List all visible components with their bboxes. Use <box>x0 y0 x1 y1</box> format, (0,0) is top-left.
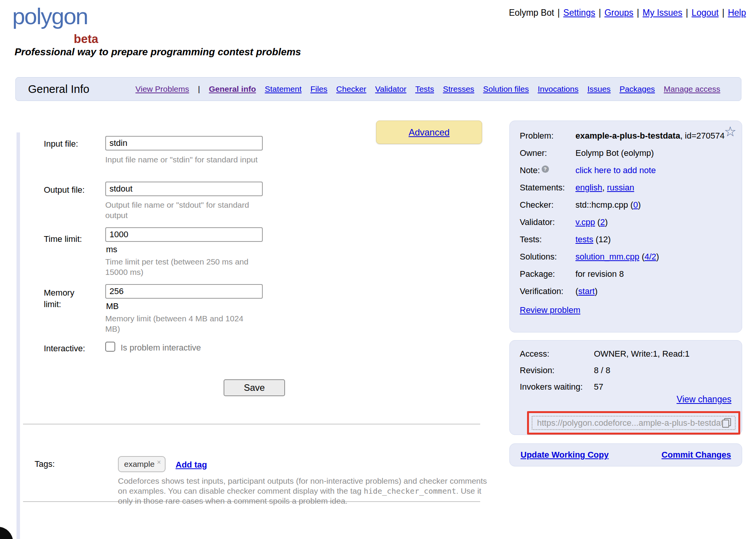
memory-limit-help: Memory limit (between 4 MB and 1024 MB) <box>105 313 252 334</box>
owner-label: Owner: <box>520 147 575 159</box>
view-changes-link[interactable]: View changes <box>676 394 731 405</box>
solution-file-link[interactable]: solution_mm.cpp <box>575 252 639 261</box>
checker-count-link[interactable]: 0 <box>633 200 638 210</box>
corner-floating-button[interactable] <box>0 527 13 539</box>
solutions-row: Solutions: solution_mm.cpp (4/2) <box>520 251 732 263</box>
owner-row: Owner: Eolymp Bot (eolymp) <box>520 147 732 159</box>
nav-separator: | <box>686 8 688 18</box>
revision-label: Revision: <box>520 365 594 376</box>
copy-icon[interactable] <box>722 418 731 428</box>
url-highlight-box: https://polygon.codeforce...ample-a-plus… <box>527 411 740 435</box>
solutions-count-link[interactable]: 4/2 <box>645 252 657 261</box>
tab-checker[interactable]: Checker <box>336 84 366 94</box>
tab-general-info[interactable]: General info <box>209 84 256 94</box>
add-tag-link[interactable]: Add tag <box>176 460 207 470</box>
tab-manage-access[interactable]: Manage access <box>664 84 720 94</box>
review-problem-link[interactable]: Review problem <box>520 305 580 315</box>
time-limit-field[interactable] <box>105 227 263 242</box>
verification-start-link[interactable]: start <box>578 286 595 296</box>
revision-row: Revision: 8 / 8 <box>520 365 732 376</box>
tab-tests[interactable]: Tests <box>415 84 434 94</box>
tag-code: hide_checker_comment <box>364 486 456 496</box>
owner-value: Eolymp Bot (eolymp) <box>575 147 728 159</box>
tagline: Professional way to prepare programming … <box>15 46 301 58</box>
verification-row: Verification: (start) <box>520 286 732 297</box>
nav-separator: | <box>722 8 724 18</box>
invokers-waiting-label: Invokers waiting: <box>520 381 594 393</box>
page-title: General Info <box>28 83 90 96</box>
divider <box>23 424 480 425</box>
save-button[interactable]: Save <box>224 379 285 396</box>
polygon-logo[interactable]: polygon <box>12 3 88 30</box>
validator-link[interactable]: v.cpp <box>575 217 595 227</box>
tab-view-problems[interactable]: View Problems <box>136 84 189 94</box>
checker-row: Checker: std::hcmp.cpp (0) <box>520 199 732 211</box>
validator-label: Validator: <box>520 217 575 228</box>
tag-chip-example[interactable]: example × <box>118 456 166 472</box>
problem-info-panel: ☆ Problem: example-a-plus-b-testdata, id… <box>509 121 742 332</box>
tag-text: example <box>124 460 154 469</box>
advanced-link[interactable]: Advanced <box>409 127 450 138</box>
tab-files[interactable]: Files <box>310 84 327 94</box>
tags-label: Tags: <box>35 459 55 469</box>
output-file-field[interactable] <box>105 182 263 196</box>
commit-changes-link[interactable]: Commit Changes <box>662 450 731 460</box>
tab-stresses[interactable]: Stresses <box>443 84 474 94</box>
solutions-label: Solutions: <box>520 251 575 263</box>
statement-russian-link[interactable]: russian <box>607 183 634 192</box>
nav-link-my-issues[interactable]: My Issues <box>643 8 683 18</box>
nav-link-settings[interactable]: Settings <box>563 8 595 18</box>
memory-limit-unit: MB <box>106 301 119 311</box>
validator-count-link[interactable]: 2 <box>600 217 605 227</box>
tab-solution-files[interactable]: Solution files <box>483 84 529 94</box>
package-value: for revision 8 <box>575 268 728 280</box>
memory-limit-field[interactable] <box>105 284 263 299</box>
memory-limit-label: Memory limit: <box>44 287 86 310</box>
interactive-checkbox[interactable] <box>105 342 115 352</box>
verification-label: Verification: <box>520 286 575 297</box>
package-row: Package: for revision 8 <box>520 268 732 280</box>
tab-validator[interactable]: Validator <box>375 84 406 94</box>
tags-help-text: Codeforces shows test inputs, participan… <box>118 476 494 506</box>
statement-english-link[interactable]: english <box>575 183 602 192</box>
interactive-label: Interactive: <box>44 343 94 354</box>
checker-name: std::hcmp.cpp <box>575 200 628 210</box>
problem-url-box[interactable]: https://polygon.codeforce...ample-a-plus… <box>532 416 736 430</box>
advanced-button[interactable]: Advanced <box>376 121 482 144</box>
section-navbar: General Info View Problems | General inf… <box>15 77 741 101</box>
add-note-link[interactable]: click here to add note <box>575 165 656 175</box>
tag-remove-icon[interactable]: × <box>157 458 161 466</box>
note-row: Note:? click here to add note <box>520 165 732 176</box>
nav-separator: | <box>637 8 639 18</box>
tab-packages[interactable]: Packages <box>620 84 655 94</box>
tests-row: Tests: tests (12) <box>520 234 732 245</box>
nav-link-help[interactable]: Help <box>728 8 746 18</box>
input-file-label: Input file: <box>44 138 94 150</box>
nav-separator: | <box>598 8 601 18</box>
tab-list: View Problems | General info Statement F… <box>136 84 720 94</box>
problem-label: Problem: <box>520 130 575 142</box>
problem-url: https://polygon.codeforce...ample-a-plus… <box>537 418 722 428</box>
logo-beta-label: beta <box>74 32 98 46</box>
tab-issues[interactable]: Issues <box>587 84 611 94</box>
statements-separator: , <box>602 183 607 192</box>
tab-statement[interactable]: Statement <box>265 84 302 94</box>
nav-link-logout[interactable]: Logout <box>691 8 718 18</box>
output-file-label: Output file: <box>44 184 94 196</box>
problem-value: example-a-plus-b-testdata, id=270574 <box>575 130 728 142</box>
input-file-field[interactable] <box>105 136 263 150</box>
working-copy-panel: Update Working Copy Commit Changes <box>509 443 742 466</box>
tests-link[interactable]: tests <box>575 235 593 244</box>
note-label-wrap: Note:? <box>520 165 575 176</box>
polygon-page: polygon beta Professional way to prepare… <box>0 0 756 539</box>
user-nav: Eolymp Bot|Settings|Groups|My Issues|Log… <box>509 8 746 18</box>
output-file-help: Output file name or "stdout" for standar… <box>105 200 267 220</box>
update-working-copy-link[interactable]: Update Working Copy <box>521 450 608 460</box>
access-value: OWNER, Write:1, Read:1 <box>594 348 690 360</box>
favorite-star-icon[interactable]: ☆ <box>724 125 736 139</box>
nav-link-groups[interactable]: Groups <box>604 8 633 18</box>
time-limit-unit: ms <box>106 245 117 255</box>
help-question-icon[interactable]: ? <box>542 165 549 173</box>
tab-invocations[interactable]: Invocations <box>538 84 579 94</box>
form-section-strip <box>17 132 20 539</box>
